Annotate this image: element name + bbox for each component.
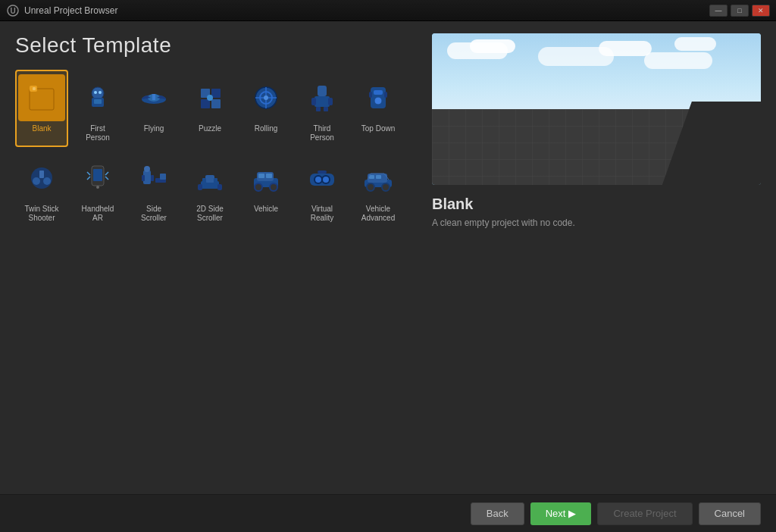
template-thumb-twin_stick	[18, 155, 65, 202]
svg-point-8	[99, 91, 102, 94]
svg-point-67	[367, 183, 374, 191]
svg-point-22	[264, 95, 268, 100]
svg-rect-30	[374, 90, 383, 95]
svg-rect-64	[318, 171, 327, 174]
svg-rect-9	[94, 99, 102, 104]
svg-text:U: U	[10, 7, 15, 15]
template-label-vehicle_advanced: VehicleAdvanced	[361, 205, 395, 223]
template-item-handheld_ar[interactable]: HandheldAR	[71, 150, 124, 227]
template-item-rolling[interactable]: Rolling	[239, 70, 293, 147]
template-item-vehicle_advanced[interactable]: VehicleAdvanced	[352, 150, 405, 227]
page-title: Select Template	[15, 33, 417, 58]
svg-point-40	[96, 186, 99, 189]
template-thumb-2d_side	[186, 155, 233, 202]
main-content: Select Template Blank FirstPerson Flying	[0, 21, 776, 494]
minimize-button[interactable]: —	[709, 5, 728, 17]
template-thumb-top_down	[355, 74, 402, 121]
template-label-virtual_reality: VirtualReality	[311, 205, 334, 223]
svg-rect-51	[202, 178, 206, 184]
cloud-5	[644, 52, 712, 69]
svg-rect-15	[201, 99, 210, 108]
template-thumb-rolling	[242, 74, 289, 121]
svg-rect-50	[205, 175, 214, 183]
svg-point-55	[255, 183, 262, 191]
template-thumb-virtual_reality	[299, 155, 346, 202]
unreal-logo: U	[6, 4, 20, 17]
template-item-flying[interactable]: Flying	[127, 70, 180, 147]
svg-rect-58	[266, 174, 272, 178]
template-thumb-third_person	[299, 74, 346, 121]
restore-button[interactable]: □	[731, 5, 749, 17]
preview-title: Blank	[432, 196, 761, 213]
svg-rect-26	[328, 98, 333, 105]
svg-point-17	[207, 95, 213, 101]
template-label-side_scroller: SideScroller	[141, 205, 167, 223]
svg-rect-70	[376, 175, 381, 179]
titlebar: U Unreal Project Browser — □ ✕	[0, 0, 776, 21]
create-project-button: Create Project	[597, 502, 692, 525]
svg-rect-39	[93, 169, 102, 181]
svg-rect-2	[30, 89, 54, 110]
cancel-button[interactable]: Cancel	[699, 502, 761, 525]
template-item-side_scroller[interactable]: SideScroller	[127, 150, 180, 227]
template-label-rolling: Rolling	[255, 124, 278, 133]
svg-point-7	[94, 91, 97, 94]
preview-image	[432, 33, 761, 185]
svg-rect-37	[39, 171, 44, 178]
template-item-vehicle[interactable]: Vehicle	[239, 150, 293, 227]
template-item-top_down[interactable]: Top Down	[352, 70, 405, 147]
svg-rect-28	[324, 107, 328, 111]
template-label-twin_stick: Twin StickShooter	[24, 205, 58, 223]
cloud-6	[674, 37, 716, 51]
template-thumb-vehicle	[242, 155, 289, 202]
svg-rect-46	[160, 174, 166, 180]
svg-rect-32	[369, 92, 372, 98]
svg-rect-25	[311, 98, 316, 105]
template-label-puzzle: Puzzle	[199, 124, 221, 133]
svg-rect-16	[211, 99, 221, 108]
svg-rect-49	[217, 184, 222, 190]
svg-point-5	[92, 87, 104, 99]
preview-description: A clean empty project with no code.	[432, 217, 761, 228]
template-label-vehicle: Vehicle	[254, 205, 278, 214]
left-panel: Select Template Blank FirstPerson Flying	[15, 33, 417, 482]
svg-rect-43	[151, 175, 154, 181]
cloud-4	[599, 41, 652, 56]
close-button[interactable]: ✕	[752, 5, 770, 17]
titlebar-controls[interactable]: — □ ✕	[709, 5, 770, 17]
svg-rect-23	[318, 86, 327, 96]
template-item-first_person[interactable]: FirstPerson	[71, 70, 124, 147]
svg-point-31	[374, 97, 382, 105]
template-item-puzzle[interactable]: Puzzle	[183, 70, 236, 147]
template-thumb-flying	[130, 74, 177, 121]
svg-point-62	[315, 177, 321, 183]
svg-rect-27	[316, 107, 321, 111]
template-item-virtual_reality[interactable]: VirtualReality	[296, 150, 349, 227]
svg-point-35	[33, 177, 40, 185]
template-label-top_down: Top Down	[361, 124, 395, 133]
svg-rect-48	[198, 184, 202, 190]
template-item-third_person[interactable]: ThirdPerson	[296, 70, 349, 147]
template-item-2d_side[interactable]: 2D SideScroller	[183, 150, 236, 227]
window-title: Unreal Project Browser	[24, 5, 117, 16]
template-thumb-side_scroller	[130, 155, 177, 202]
svg-point-63	[323, 177, 329, 183]
svg-rect-33	[384, 92, 387, 98]
svg-point-56	[270, 183, 277, 191]
svg-rect-4	[33, 87, 36, 90]
template-thumb-vehicle_advanced	[355, 155, 402, 202]
svg-point-68	[382, 183, 390, 191]
svg-rect-57	[258, 174, 264, 178]
right-panel: Blank A clean empty project with no code…	[432, 33, 761, 482]
next-button[interactable]: Next ▶	[530, 502, 592, 525]
back-button[interactable]: Back	[471, 502, 524, 525]
template-thumb-first_person	[74, 74, 121, 121]
template-item-twin_stick[interactable]: Twin StickShooter	[15, 150, 68, 227]
template-label-handheld_ar: HandheldAR	[82, 205, 114, 223]
template-label-blank: Blank	[32, 124, 51, 133]
template-thumb-handheld_ar	[74, 155, 121, 202]
template-thumb-blank	[18, 74, 65, 121]
template-item-blank[interactable]: Blank	[15, 70, 68, 147]
template-label-third_person: ThirdPerson	[310, 124, 334, 142]
svg-point-36	[43, 177, 51, 185]
